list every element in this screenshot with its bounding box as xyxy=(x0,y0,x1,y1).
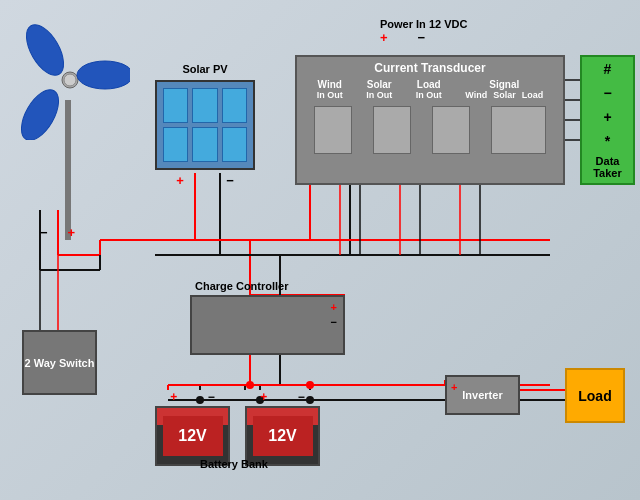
switch-label: 2 Way Switch xyxy=(25,357,95,369)
battery-bank: + − 12V + − 12V xyxy=(155,390,320,466)
solar-plus: + xyxy=(176,173,184,188)
battery-2-container: + − 12V xyxy=(245,390,320,466)
ct-columns: Wind In Out Solar In Out Load In Out Sig… xyxy=(297,77,563,102)
charge-controller-label: Charge Controller xyxy=(195,280,289,292)
inverter-plus: + xyxy=(451,381,457,393)
ct-col-signal: Signal Wind Solar Load xyxy=(465,79,543,100)
ct-inner-boxes xyxy=(297,102,563,158)
turbine-minus: − xyxy=(40,225,48,240)
ct-col-wind: Wind In Out xyxy=(317,79,343,100)
svg-point-54 xyxy=(77,61,130,89)
battery-2-minus: − xyxy=(298,390,305,404)
battery-1-voltage: 12V xyxy=(178,427,206,445)
battery-2-inner: 12V xyxy=(253,416,313,456)
turbine-pole xyxy=(65,100,71,240)
dt-hash: # xyxy=(604,61,612,77)
dt-plus: + xyxy=(603,109,611,125)
cc-minus: − xyxy=(331,316,337,328)
cc-plus: + xyxy=(331,301,337,313)
solar-pv-panel xyxy=(155,80,255,170)
ct-inner-box-wind xyxy=(314,106,352,154)
current-transducer: Current Transducer Wind In Out Solar In … xyxy=(295,55,565,185)
data-taker-label: Data Taker xyxy=(582,155,633,179)
wind-turbine: − + xyxy=(10,20,130,240)
solar-pv-label: Solar PV xyxy=(155,63,255,75)
battery-2-plus: + xyxy=(260,390,267,404)
inverter-label: Inverter xyxy=(462,389,502,401)
battery-1-plus: + xyxy=(170,390,177,404)
power-in-label: Power In 12 VDC + − xyxy=(380,18,467,45)
battery-bank-label: Battery Bank xyxy=(200,458,268,470)
svg-point-48 xyxy=(306,381,314,389)
battery-1-minus: − xyxy=(208,390,215,404)
svg-point-56 xyxy=(64,74,76,86)
inverter: + Inverter xyxy=(445,375,520,415)
ct-col-load: Load In Out xyxy=(416,79,442,100)
solar-cell xyxy=(192,88,217,123)
battery-2-terminals: + − xyxy=(245,390,320,404)
load: Load xyxy=(565,368,625,423)
load-label: Load xyxy=(578,388,611,404)
solar-cell xyxy=(192,127,217,162)
charge-controller: + − xyxy=(190,295,345,355)
ct-col-solar: Solar In Out xyxy=(366,79,392,100)
solar-cell xyxy=(163,127,188,162)
battery-1: 12V xyxy=(155,406,230,466)
ct-inner-box-load xyxy=(432,106,470,154)
solar-cell xyxy=(222,127,247,162)
data-taker: # − + * Data Taker xyxy=(580,55,635,185)
dt-minus: − xyxy=(603,85,611,101)
ct-inner-box-signal xyxy=(491,106,546,154)
power-in-plus: + xyxy=(380,30,388,45)
svg-point-55 xyxy=(14,84,66,140)
ct-title: Current Transducer xyxy=(297,57,563,77)
diagram: − + Solar PV + − Power In 12 VDC + − Cur… xyxy=(0,0,640,500)
two-way-switch: 2 Way Switch xyxy=(22,330,97,395)
ct-inner-box-solar xyxy=(373,106,411,154)
battery-2: 12V xyxy=(245,406,320,466)
turbine-plus: + xyxy=(68,225,76,240)
dt-asterisk: * xyxy=(605,133,610,149)
battery-2-voltage: 12V xyxy=(268,427,296,445)
battery-1-inner: 12V xyxy=(163,416,223,456)
solar-cell xyxy=(163,88,188,123)
battery-1-terminals: + − xyxy=(155,390,230,404)
svg-point-47 xyxy=(246,381,254,389)
power-in-minus: − xyxy=(418,30,426,45)
solar-minus: − xyxy=(226,173,234,188)
battery-1-container: + − 12V xyxy=(155,390,230,466)
solar-cell xyxy=(222,88,247,123)
dt-symbols: # − + * xyxy=(603,61,611,149)
svg-point-53 xyxy=(19,20,71,81)
solar-terminals: + − xyxy=(155,173,255,188)
